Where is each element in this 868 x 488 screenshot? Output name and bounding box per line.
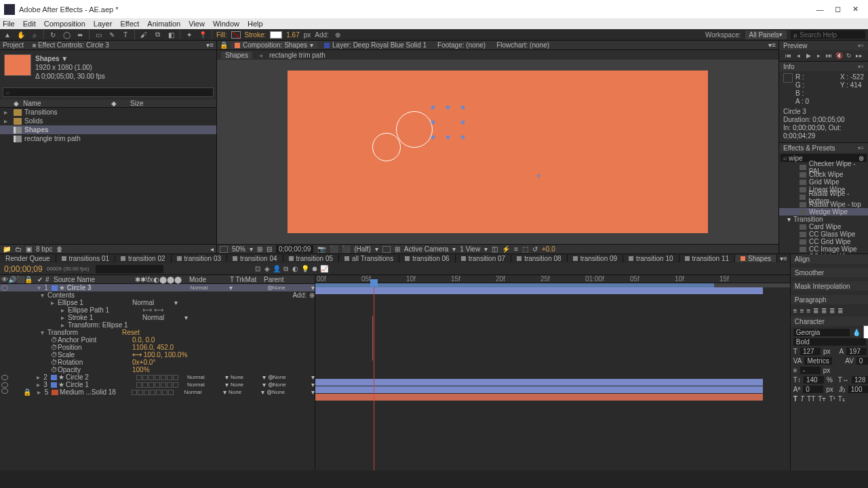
stopwatch-icon[interactable]: ⏱ [51, 351, 58, 359]
zoom-dropdown[interactable]: 50% [232, 245, 245, 253]
breadcrumb-item[interactable]: rectangle trim path [269, 52, 326, 59]
canvas[interactable]: ✦ [288, 70, 708, 233]
reset-exposure-icon[interactable]: ↺ [532, 245, 538, 253]
panel-menu-icon[interactable]: ▾≡ [858, 145, 864, 151]
timeline-tab[interactable]: transition 04 [227, 255, 283, 262]
layer-tab[interactable]: Layer: Deep Royal Blue Solid 1 [320, 41, 431, 49]
trash-icon[interactable]: 🗑 [56, 245, 63, 253]
comp-name[interactable]: Shapes ▼ [35, 54, 105, 63]
stopwatch-icon[interactable]: ⏱ [51, 359, 58, 366]
rotate-tool-icon[interactable]: ↻ [48, 30, 58, 39]
fill-swatch[interactable] [231, 31, 241, 39]
property-row[interactable]: ⏱Anchor Point0.0, 0.0 [0, 336, 315, 344]
effect-item[interactable]: CC Glass Wipe [779, 230, 868, 238]
text-tool-icon[interactable]: T [121, 30, 130, 39]
bbox-handle[interactable] [431, 106, 435, 109]
layer-bar[interactable] [315, 386, 763, 393]
bbox-handle[interactable] [431, 121, 435, 124]
parent-dropdown[interactable]: None [273, 382, 311, 388]
project-item[interactable]: rectangle trim path [0, 134, 216, 143]
justify-all-icon[interactable]: ≣ [837, 307, 843, 314]
time-ruler[interactable]: 00f 05f 10f 15f 20f 25f 01:00f 05f 10f 1… [315, 275, 790, 283]
label-color[interactable] [52, 285, 58, 291]
shape-circle[interactable] [372, 133, 401, 161]
camera-tool-icon[interactable]: ◯ [62, 30, 71, 39]
menu-view[interactable]: View [189, 20, 205, 28]
timeline-tab[interactable]: transition 10 [623, 255, 679, 262]
layer-name[interactable]: Circle 1 [66, 381, 136, 388]
menu-animation[interactable]: Animation [147, 20, 180, 28]
paragraph-header[interactable]: Paragraph [795, 296, 827, 304]
effect-item[interactable]: CC Image Wipe [779, 245, 868, 253]
italic-icon[interactable]: T [800, 395, 804, 403]
draft3d-icon[interactable]: ◈ [262, 264, 272, 274]
add-label[interactable]: Add: [315, 31, 329, 39]
bbox-handle[interactable] [461, 121, 465, 124]
trkmat-dropdown[interactable]: None [229, 389, 261, 395]
baseline[interactable]: 0 [803, 386, 823, 393]
col-size[interactable]: Size [130, 100, 143, 107]
project-search[interactable]: ⌕ [3, 87, 214, 97]
roto-tool-icon[interactable]: ✦ [184, 30, 194, 39]
scroll-left-icon[interactable]: ◂ [210, 245, 214, 253]
bbox-handle[interactable] [461, 106, 465, 109]
property-row[interactable]: ▸Stroke 1Normal▾ [0, 314, 315, 321]
timecode[interactable]: 0;00;00;09 [276, 245, 313, 253]
layer-row[interactable]: ▾ 1 ★ Circle 3 Normal▾ ⊚ None▾ [0, 284, 315, 291]
parent-dropdown[interactable]: None [273, 374, 311, 380]
fast-preview-icon[interactable]: ⚡ [502, 245, 510, 253]
resolution-dropdown[interactable]: (Half) [354, 245, 370, 253]
property-row[interactable]: ▸Ellipse Path 1⟷ ⟷ [0, 306, 315, 314]
current-time-indicator[interactable] [374, 287, 374, 470]
col-trkmat[interactable]: T TrkMat [230, 276, 264, 283]
kerning[interactable]: Metrics [804, 357, 831, 365]
mode-dropdown[interactable]: Normal [190, 285, 229, 291]
pickwhip-icon[interactable]: ⊚ [267, 388, 272, 396]
twirl-icon[interactable]: ▸ [35, 381, 41, 388]
tsume[interactable]: 100 [848, 386, 868, 393]
project-item[interactable]: Shapes [0, 125, 216, 134]
layer-group[interactable]: ▾TransformReset [0, 329, 315, 336]
timeline-tab[interactable]: transition 05 [283, 255, 339, 262]
timeline-icon[interactable]: ≡ [514, 245, 518, 253]
motionblur-icon[interactable]: ◐ [291, 264, 300, 274]
visibility-icon[interactable] [1, 285, 8, 291]
breadcrumb-item[interactable]: Shapes [221, 52, 252, 59]
rect-tool-icon[interactable]: ▭ [94, 30, 103, 39]
brush-tool-icon[interactable]: 🖌 [139, 30, 149, 39]
justify-right-icon[interactable]: ≣ [829, 307, 835, 314]
play-icon[interactable]: ▶ [804, 52, 812, 60]
col-name[interactable]: Name [23, 100, 111, 107]
add-shape-icon[interactable]: ⊕ [309, 291, 315, 299]
layer-bars[interactable] [315, 287, 790, 470]
timeline-tab[interactable]: transition 06 [399, 255, 455, 262]
justify-left-icon[interactable]: ≣ [813, 307, 818, 314]
timeline-tab[interactable]: transition 02 [115, 255, 171, 262]
comp-tab[interactable]: Composition: Shapes ▾ [231, 41, 317, 49]
font-size[interactable]: 127 [800, 348, 821, 355]
trkmat-dropdown[interactable]: None [231, 374, 262, 380]
layer-group[interactable]: ▾ContentsAdd:⊕ [0, 291, 315, 299]
rgb-icon[interactable]: ⬛ [342, 245, 350, 253]
layer-bar[interactable] [315, 394, 763, 401]
pickwhip-icon[interactable]: ⊚ [267, 284, 273, 291]
newfolder-icon[interactable]: 🗀 [15, 245, 22, 253]
mute-icon[interactable]: 🔇 [835, 52, 843, 60]
effect-item[interactable]: Radial Wipe - bottom [779, 193, 868, 201]
smoother-header[interactable]: Smoother [795, 269, 824, 277]
timeline-tab[interactable]: Render Queue [0, 255, 56, 262]
stroke-swatch[interactable] [270, 31, 282, 39]
allcaps-icon[interactable]: TT [807, 395, 815, 403]
property-row[interactable]: ⏱Rotation0x+0.0° [0, 359, 315, 366]
trkmat-dropdown[interactable]: None [231, 382, 262, 388]
bbox-handle[interactable] [461, 136, 465, 139]
stopwatch-icon[interactable]: ⏱ [51, 344, 58, 351]
property-row[interactable]: ⏱Opacity100% [0, 366, 315, 373]
project-thumbnail[interactable] [4, 54, 31, 76]
loop-icon[interactable]: ↻ [845, 52, 853, 60]
timeline-search[interactable] [96, 265, 163, 273]
info-header[interactable]: Info [783, 63, 795, 70]
prev-frame-icon[interactable]: ◂ [794, 52, 802, 60]
maximize-button[interactable]: ◻ [829, 3, 846, 16]
font-weight-dropdown[interactable]: Bold [793, 338, 866, 346]
